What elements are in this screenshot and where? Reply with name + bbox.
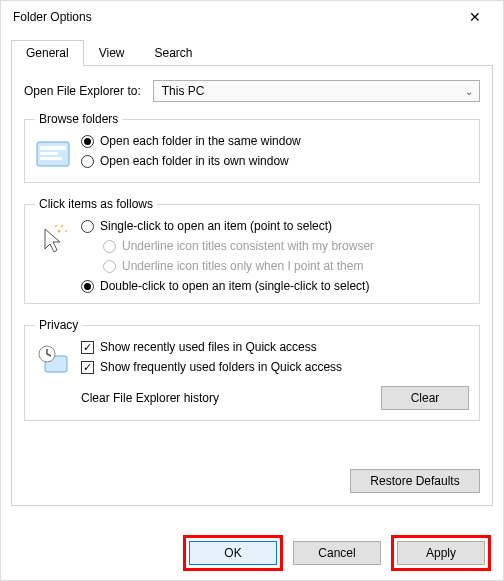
tab-general-label: General	[26, 46, 69, 60]
checkbox-icon	[81, 361, 94, 374]
browse-folders-group: Browse folders Open each folder in the s…	[24, 112, 480, 183]
radio-underline-browser: Underline icon titles consistent with my…	[103, 239, 374, 253]
tab-panel-general: Open File Explorer to: This PC ⌄ Browse …	[11, 66, 493, 506]
clear-button[interactable]: Clear	[381, 386, 469, 410]
privacy-group: Privacy Show recently used files in Quic…	[24, 318, 480, 421]
highlight-apply: Apply	[391, 535, 491, 571]
radio-single-click-label: Single-click to open an item (point to s…	[100, 219, 332, 233]
titlebar: Folder Options ✕	[1, 1, 503, 33]
checkbox-frequent-folders[interactable]: Show frequently used folders in Quick ac…	[81, 360, 469, 374]
restore-defaults-label: Restore Defaults	[370, 474, 459, 488]
radio-underline-browser-label: Underline icon titles consistent with my…	[122, 239, 374, 253]
radio-same-window[interactable]: Open each folder in the same window	[81, 134, 301, 148]
click-items-legend: Click items as follows	[35, 197, 157, 211]
radio-icon	[81, 220, 94, 233]
history-clock-icon	[35, 342, 71, 378]
checkbox-recent-files[interactable]: Show recently used files in Quick access	[81, 340, 469, 354]
radio-double-click[interactable]: Double-click to open an item (single-cli…	[81, 279, 374, 293]
checkbox-frequent-folders-label: Show frequently used folders in Quick ac…	[100, 360, 342, 374]
restore-defaults-button[interactable]: Restore Defaults	[350, 469, 480, 493]
open-to-label: Open File Explorer to:	[24, 84, 141, 98]
radio-icon	[81, 135, 94, 148]
open-to-combobox[interactable]: This PC ⌄	[153, 80, 480, 102]
svg-rect-1	[40, 146, 66, 150]
tab-search[interactable]: Search	[140, 40, 208, 66]
svg-rect-2	[40, 152, 58, 155]
radio-icon	[103, 260, 116, 273]
apply-button[interactable]: Apply	[397, 541, 485, 565]
checkbox-recent-files-label: Show recently used files in Quick access	[100, 340, 317, 354]
open-to-row: Open File Explorer to: This PC ⌄	[24, 80, 480, 102]
checkbox-icon	[81, 341, 94, 354]
client-area: General View Search Open File Explorer t…	[1, 33, 503, 506]
tab-general[interactable]: General	[11, 40, 84, 66]
cursor-click-icon	[35, 221, 71, 257]
apply-button-label: Apply	[426, 546, 456, 560]
tab-view-label: View	[99, 46, 125, 60]
clear-button-label: Clear	[411, 391, 440, 405]
privacy-legend: Privacy	[35, 318, 82, 332]
ok-button[interactable]: OK	[189, 541, 277, 565]
ok-button-label: OK	[224, 546, 241, 560]
open-to-value: This PC	[162, 84, 205, 98]
window-title: Folder Options	[13, 10, 92, 24]
radio-underline-point: Underline icon titles only when I point …	[103, 259, 374, 273]
radio-icon	[81, 155, 94, 168]
folder-options-dialog: Folder Options ✕ General View Search Ope…	[0, 0, 504, 581]
radio-icon	[81, 280, 94, 293]
dialog-footer: OK Cancel Apply	[1, 526, 503, 580]
radio-own-window[interactable]: Open each folder in its own window	[81, 154, 301, 168]
radio-own-window-label: Open each folder in its own window	[100, 154, 289, 168]
clear-history-label: Clear File Explorer history	[81, 391, 219, 405]
cancel-button[interactable]: Cancel	[293, 541, 381, 565]
highlight-ok: OK	[183, 535, 283, 571]
radio-same-window-label: Open each folder in the same window	[100, 134, 301, 148]
chevron-down-icon: ⌄	[465, 86, 473, 97]
radio-icon	[103, 240, 116, 253]
tab-search-label: Search	[155, 46, 193, 60]
folder-window-icon	[35, 136, 71, 172]
radio-underline-point-label: Underline icon titles only when I point …	[122, 259, 363, 273]
svg-rect-3	[40, 157, 62, 160]
radio-double-click-label: Double-click to open an item (single-cli…	[100, 279, 369, 293]
close-icon[interactable]: ✕	[457, 9, 493, 25]
cancel-button-label: Cancel	[318, 546, 355, 560]
tab-strip: General View Search	[11, 39, 493, 66]
radio-single-click[interactable]: Single-click to open an item (point to s…	[81, 219, 374, 233]
click-items-group: Click items as follows Single-click to o…	[24, 197, 480, 304]
tab-view[interactable]: View	[84, 40, 140, 66]
svg-point-4	[58, 230, 61, 233]
browse-folders-legend: Browse folders	[35, 112, 122, 126]
